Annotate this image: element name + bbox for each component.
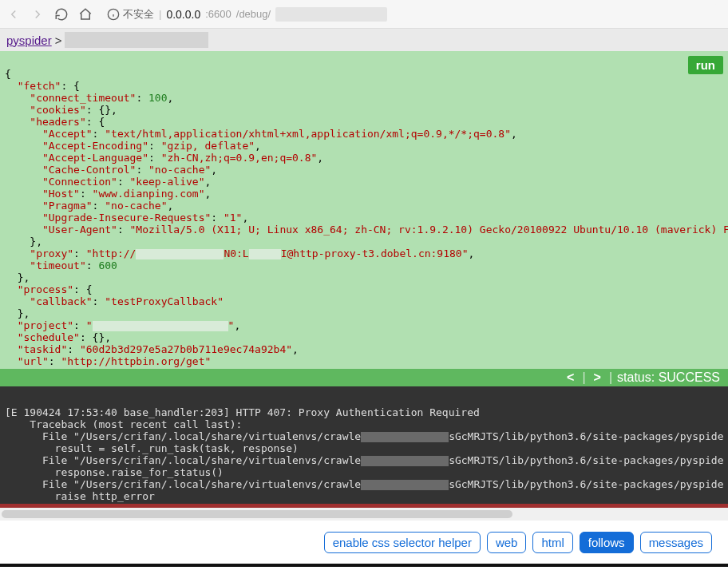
prev-task-button[interactable]: < <box>564 370 577 385</box>
url-port: :6600 <box>205 8 231 20</box>
security-label: 不安全 <box>123 7 154 22</box>
status-bar: < | > | status: SUCCESS <box>0 369 728 386</box>
proxy-redacted-2 <box>249 249 281 259</box>
breadcrumb-sep: > <box>55 34 62 47</box>
run-button[interactable]: run <box>688 56 723 74</box>
scrollbar-thumb[interactable] <box>2 510 512 518</box>
task-json-editor[interactable]: run{ "fetch": { "connect_timeout": 100, … <box>0 51 728 369</box>
url-redacted <box>275 7 387 22</box>
address-bar[interactable]: 不安全 | 0.0.0.0:6600/debug/ <box>102 3 722 26</box>
tab-follows[interactable]: follows <box>580 532 634 553</box>
status-label: status: SUCCESS <box>617 370 720 385</box>
url-host: 0.0.0.0 <box>166 8 200 21</box>
back-button[interactable] <box>6 7 21 22</box>
project-redacted <box>93 321 228 331</box>
tab-web[interactable]: web <box>487 532 527 553</box>
security-indicator[interactable]: 不安全 <box>107 7 154 22</box>
enable-css-selector-button[interactable]: enable css selector helper <box>324 532 481 553</box>
breadcrumb-project-redacted <box>65 32 208 48</box>
footer-divider <box>0 564 728 567</box>
breadcrumb-home-link[interactable]: pyspider <box>6 34 52 47</box>
browser-toolbar: 不安全 | 0.0.0.0:6600/debug/ <box>0 0 728 29</box>
horizontal-scrollbar[interactable] <box>0 508 728 521</box>
log-redacted-1 <box>361 432 449 442</box>
result-tab-bar: enable css selector helper web html foll… <box>0 521 728 564</box>
log-redacted-2 <box>361 456 449 466</box>
log-redacted-3 <box>361 480 449 490</box>
url-path: /debug/ <box>236 8 271 20</box>
tab-messages[interactable]: messages <box>640 532 712 553</box>
proxy-redacted-1 <box>136 249 224 259</box>
home-button[interactable] <box>78 7 93 22</box>
tab-html[interactable]: html <box>532 532 572 553</box>
log-output: [E 190424 17:53:40 base_handler:203] HTT… <box>0 386 728 508</box>
info-icon <box>107 8 120 21</box>
next-task-button[interactable]: > <box>591 370 604 385</box>
forward-button[interactable] <box>30 7 45 22</box>
breadcrumb: pyspider > <box>0 29 728 51</box>
reload-button[interactable] <box>54 7 69 22</box>
